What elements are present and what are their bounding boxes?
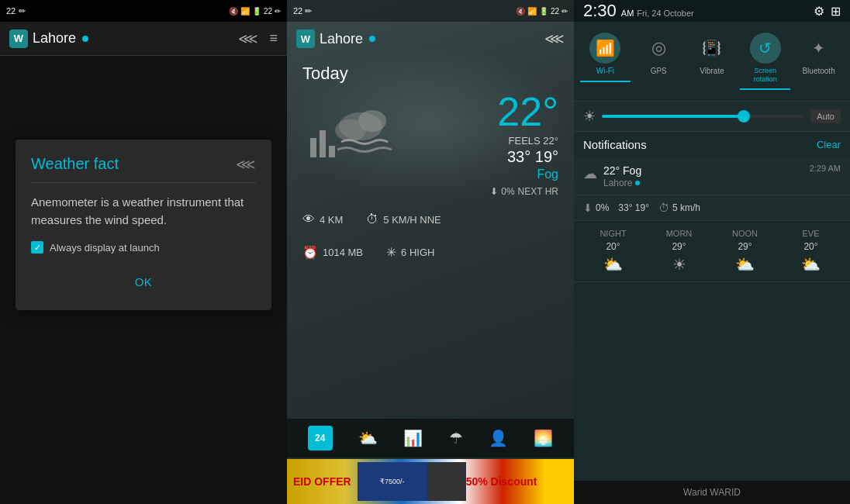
nav-person-button[interactable]: 👤 bbox=[489, 429, 508, 447]
brightness-icon: ☀ bbox=[583, 108, 596, 125]
ad-tv-text: ₹7500/- bbox=[380, 478, 405, 485]
fc-temp-0: 20° bbox=[606, 241, 620, 252]
stats-temp: 33° 19° bbox=[618, 202, 649, 213]
left-battery-num: 22 bbox=[264, 7, 272, 16]
left-city-name: Lahore bbox=[33, 30, 76, 47]
wind-detail: ⏱ 5 KM/H NNE bbox=[366, 212, 441, 226]
fc-period-1: MORN bbox=[666, 229, 693, 238]
weather-fact-dialog: Weather fact ⋘ Anemometer is a weather i… bbox=[16, 140, 271, 310]
brightness-slider[interactable] bbox=[602, 115, 804, 118]
fc-temp-1: 29° bbox=[672, 241, 686, 252]
always-display-checkbox[interactable]: ✓ bbox=[31, 241, 43, 254]
grid-icon[interactable]: ⊞ bbox=[831, 4, 841, 19]
gps-icon-wrap: ◎ bbox=[643, 33, 674, 64]
ad-banner: EID OFFER ₹7500/- 50% Discount bbox=[287, 459, 574, 504]
vibrate-icon: 📳 bbox=[702, 39, 721, 57]
share-icon[interactable]: ⋘ bbox=[238, 30, 258, 47]
bluetooth-icon-wrap: ✦ bbox=[803, 33, 834, 64]
fc-icon-0: ⛅ bbox=[603, 255, 623, 274]
pressure-value: 1014 MB bbox=[323, 247, 363, 258]
ok-button[interactable]: OK bbox=[31, 269, 256, 295]
clear-notifications-button[interactable]: Clear bbox=[817, 139, 841, 150]
wifi-icon-wrap: 📶 bbox=[589, 33, 620, 64]
wf-header: Weather fact ⋘ bbox=[31, 155, 256, 183]
w-icon: W bbox=[9, 29, 28, 48]
center-signal-icon: 📶 bbox=[527, 7, 537, 16]
center-share-icon[interactable]: ⋘ bbox=[544, 30, 565, 47]
notif-content: 22° Fog Lahore bbox=[603, 164, 803, 188]
qs-gps[interactable]: ◎ GPS bbox=[632, 28, 686, 95]
vibrate-icon-wrap: 📳 bbox=[696, 33, 727, 64]
nav-umbrella-button[interactable]: ☂ bbox=[449, 429, 463, 447]
uv-detail: ✳ 6 HIGH bbox=[386, 245, 434, 260]
left-panel: 22 ✏ 🔇 📶 🔋 22 ✏ W Lahore ⋘ ≡ Weather fac… bbox=[0, 0, 287, 504]
location-dot bbox=[82, 36, 88, 42]
center-battery-icon: 🔋 bbox=[539, 7, 548, 16]
fc-period-3: EVE bbox=[802, 229, 819, 238]
gps-label: GPS bbox=[651, 67, 667, 76]
qs-bluetooth[interactable]: ✦ Bluetooth bbox=[792, 28, 845, 95]
brightness-row: ☀ Auto bbox=[574, 102, 850, 132]
bottom-nav: 24 ⛅ 📊 ☂ 👤 🌅 bbox=[287, 419, 574, 457]
nav-day-number: 24 bbox=[315, 433, 325, 444]
auto-brightness-button[interactable]: Auto bbox=[810, 109, 841, 123]
menu-icon[interactable]: ≡ bbox=[269, 30, 278, 47]
qs-rotation[interactable]: ↺ Screenrotation bbox=[738, 28, 792, 95]
settings-icon[interactable]: ⚙ bbox=[814, 4, 824, 19]
center-location-dot bbox=[369, 36, 375, 42]
fc-icon-2: ⛅ bbox=[735, 255, 755, 274]
qs-vibrate[interactable]: 📳 Vibrate bbox=[686, 28, 739, 95]
nav-today-button[interactable]: 24 bbox=[308, 426, 333, 450]
condition-label: Fog bbox=[490, 167, 558, 181]
vibrate-label: Vibrate bbox=[700, 67, 724, 76]
stats-precip: ⬇ 0% bbox=[583, 202, 609, 214]
stats-wind-icon: ⏱ bbox=[658, 202, 669, 214]
temp-range: 33° 19° bbox=[490, 148, 558, 166]
left-edit-icon: ✏ bbox=[19, 6, 26, 16]
center-header: W Lahore ⋘ bbox=[287, 22, 574, 56]
mute-icon: 🔇 bbox=[229, 7, 238, 16]
center-city-name: Lahore bbox=[320, 31, 363, 47]
right-statusbar: 2:30 AM Fri, 24 October ⚙ ⊞ bbox=[574, 0, 850, 22]
nav-sunrise-button[interactable]: 🌅 bbox=[534, 429, 553, 447]
left-edit2-icon: ✏ bbox=[275, 7, 281, 16]
notif-row: ☁ 22° Fog Lahore 2:29 AM bbox=[583, 164, 841, 188]
stats-temp-value: 33° 19° bbox=[618, 202, 649, 213]
nav-chart-button[interactable]: 📊 bbox=[403, 429, 423, 447]
quick-settings: 📶 Wi-Fi ◎ GPS 📳 Vibrate ↺ Screenrotation bbox=[574, 22, 850, 102]
center-header-title-area: W Lahore bbox=[296, 29, 375, 48]
ad-text: EID OFFER bbox=[287, 475, 358, 488]
notif-cloud-icon: ☁ bbox=[583, 165, 597, 182]
center-battery-num: 22 bbox=[551, 7, 559, 16]
rotation-icon: ↺ bbox=[758, 39, 772, 57]
nav-layers-button[interactable]: ⛅ bbox=[358, 429, 378, 447]
weather-content: 22° FEELS 22° 33° 19° Fog ⬇ 0% NEXT HR bbox=[302, 91, 558, 197]
weather-fact-body: Anemometer is a weather instrument that … bbox=[31, 194, 256, 229]
left-time: 22 bbox=[6, 6, 16, 16]
wf-share-icon[interactable]: ⋘ bbox=[236, 156, 256, 173]
carrier-bar: Warid WARID bbox=[574, 481, 850, 504]
weather-details: 👁 4 KM ⏱ 5 KM/H NNE bbox=[287, 197, 574, 226]
qs-wifi[interactable]: 📶 Wi-Fi bbox=[579, 28, 632, 95]
brightness-thumb bbox=[738, 110, 750, 123]
wind-icon: ⏱ bbox=[366, 212, 378, 226]
center-w-icon: W bbox=[296, 29, 315, 48]
right-date: Fri, 24 October bbox=[637, 9, 693, 18]
bluetooth-icon: ✦ bbox=[812, 39, 825, 57]
precip-row: ⬇ 0% NEXT HR bbox=[490, 186, 558, 197]
svg-rect-2 bbox=[329, 146, 335, 157]
stats-precip-value: 0% bbox=[596, 202, 609, 213]
stats-wind: ⏱ 5 km/h bbox=[658, 202, 700, 214]
feels-like: FEELS 22° bbox=[490, 135, 558, 147]
fc-icon-1: ☀ bbox=[672, 255, 686, 274]
stats-wind-value: 5 km/h bbox=[672, 202, 700, 213]
forecast-row: NIGHT 20° ⛅ MORN 29° ☀ NOON 29° ⛅ EVE 20… bbox=[574, 221, 850, 282]
fc-period-0: NIGHT bbox=[599, 229, 626, 238]
notification-item: ☁ 22° Fog Lahore 2:29 AM bbox=[574, 157, 850, 195]
rotation-underline bbox=[740, 88, 790, 90]
ad-product-image bbox=[427, 462, 466, 501]
fog-weather-icon bbox=[302, 91, 396, 169]
left-header: W Lahore ⋘ ≡ bbox=[0, 22, 287, 56]
svg-rect-0 bbox=[310, 138, 316, 157]
wind-value: 5 KM/H NNE bbox=[383, 214, 441, 226]
